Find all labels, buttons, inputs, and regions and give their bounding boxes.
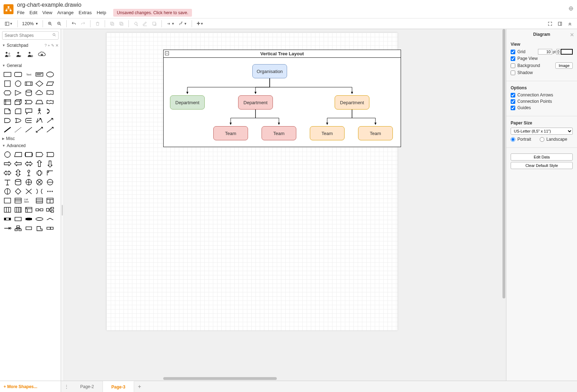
tab-page-2[interactable]: Page-2 [72,381,103,392]
adv-shape[interactable] [45,215,55,223]
adv-shape[interactable] [24,151,33,158]
shape-tape[interactable] [45,98,55,106]
collapse-icon[interactable]: − [165,51,169,55]
adv-shape[interactable] [24,187,33,195]
adv-shape[interactable] [3,215,12,223]
pageview-checkbox[interactable] [511,56,515,61]
section-general[interactable]: ▼ General [0,62,61,69]
adv-shape[interactable] [13,178,23,186]
clear-style-button[interactable]: Clear Default Style [511,162,573,169]
adv-shape[interactable] [13,224,23,232]
grid-stepper[interactable]: ▲▼ [556,49,560,55]
scratchpad-edit-icon[interactable]: ✎ [51,43,54,48]
fullscreen-button[interactable] [546,20,554,28]
adv-shape[interactable] [13,187,23,195]
adv-shape[interactable] [45,197,55,205]
vertical-scrollbar[interactable] [502,29,505,298]
shape-triangle[interactable] [13,89,23,97]
shape-rounded-rect[interactable] [13,71,23,78]
section-scratchpad[interactable]: ▼ Scratchpad ? + ✎ ✕ [0,42,61,49]
adv-shape[interactable] [3,187,12,195]
waypoint-style-button[interactable]: ▼ [177,20,189,28]
tree-title-bar[interactable]: − Vertical Tree Layout [164,50,401,58]
shape-internal-storage[interactable] [3,98,12,106]
section-misc[interactable]: ▶ Misc [0,135,61,142]
zoom-select[interactable]: 120%▼ [21,20,40,27]
shadow-checkbox[interactable] [511,71,515,75]
menu-help[interactable]: Help [97,10,106,15]
scratchpad-help-icon[interactable]: ? [44,43,46,48]
scratch-shape-4[interactable] [38,51,46,60]
adv-shape[interactable] [45,169,55,177]
language-icon[interactable] [568,6,573,12]
shape-bidir-arrow[interactable] [35,117,44,124]
shape-curly[interactable] [45,107,55,115]
conn-arrows-checkbox[interactable] [511,93,515,97]
shape-process[interactable] [24,80,33,88]
portrait-radio[interactable] [511,137,515,142]
insert-button[interactable]: +▼ [195,20,205,28]
sidebar-toggle-button[interactable]: ▼ [3,20,15,28]
shape-line-dir[interactable] [45,126,55,134]
background-checkbox[interactable] [511,63,515,68]
shape-textbox[interactable] [35,71,44,78]
canvas[interactable]: − Vertical Tree Layout Organisatio [64,29,506,381]
shape-square[interactable] [3,80,12,88]
shape-and[interactable] [3,117,12,124]
adv-shape[interactable] [45,178,55,186]
menu-file[interactable]: File [17,10,24,15]
shape-arrow[interactable] [45,117,55,124]
scratchpad-close-icon[interactable]: ✕ [55,43,59,48]
adv-shape[interactable] [24,215,33,223]
node-team-4[interactable]: Team [358,126,393,140]
adv-shape[interactable] [24,169,33,177]
shape-hexagon[interactable] [3,89,12,97]
horizontal-scrollbar[interactable] [163,377,277,380]
node-team-1[interactable]: Team [213,126,248,140]
node-department-2[interactable]: Department [238,95,273,110]
grid-checkbox[interactable] [511,50,515,54]
adv-shape-listitem[interactable]: List Item [24,197,33,205]
adv-shape[interactable] [24,224,33,232]
adv-shape[interactable] [13,151,23,158]
background-image-button[interactable]: Image [555,62,573,69]
shape-line-solid[interactable] [3,126,12,134]
shape-document[interactable] [45,89,55,97]
adv-shape[interactable] [3,197,12,205]
connection-style-button[interactable]: ▼ [165,20,176,28]
search-shapes-input[interactable] [2,31,59,40]
adv-shape[interactable] [3,151,12,158]
app-logo[interactable] [4,4,13,14]
line-color-button[interactable] [141,20,149,28]
shape-line-bidir[interactable] [35,126,44,134]
fill-color-button[interactable] [132,20,140,28]
zoom-in-button[interactable] [46,20,54,28]
adv-shape[interactable] [24,178,33,186]
adv-shape[interactable] [35,178,44,186]
shape-callout[interactable] [24,107,33,115]
unsaved-changes-banner[interactable]: Unsaved changes. Click here to save. [113,9,192,17]
menu-view[interactable]: View [42,10,52,15]
adv-shape[interactable] [35,224,44,232]
adv-shape[interactable] [3,160,12,168]
adv-shape[interactable] [45,187,55,195]
to-front-button[interactable] [108,20,116,28]
shape-circle[interactable] [13,80,23,88]
guides-checkbox[interactable] [511,106,515,110]
node-team-2[interactable]: Team [262,126,296,140]
scratchpad-add-icon[interactable]: + [48,43,50,48]
grid-size-input[interactable] [538,49,552,55]
scratch-shape-3[interactable] [26,51,34,60]
adv-shape[interactable] [3,178,12,186]
shape-cylinder[interactable] [24,89,33,97]
shape-step[interactable] [24,98,33,106]
adv-shape[interactable] [13,197,23,205]
adv-shape[interactable] [13,160,23,168]
adv-shape[interactable] [3,224,12,232]
document-title[interactable]: org-chart-example.drawio [17,2,568,8]
undo-button[interactable] [70,20,78,28]
format-panel-button[interactable] [556,20,564,28]
node-department-1[interactable]: Department [170,95,205,110]
adv-shape[interactable] [35,169,44,177]
adv-shape[interactable] [45,206,55,214]
